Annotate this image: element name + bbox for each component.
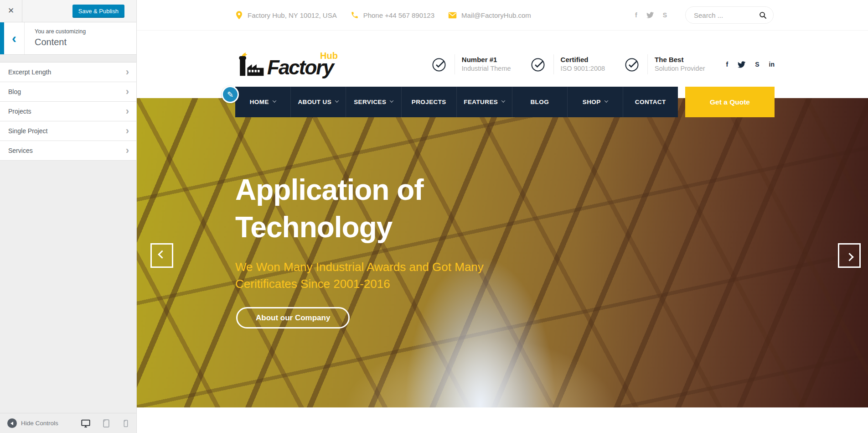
phone-text: Phone +44 567 890123 [363, 11, 434, 19]
nav-item-about-us[interactable]: ABOUT US [291, 87, 346, 117]
tablet-icon [102, 418, 111, 428]
close-customizer-button[interactable]: ✕ [0, 0, 22, 22]
skype-icon: S [755, 61, 759, 68]
search-icon [759, 11, 767, 19]
location-text: Factory Hub, NY 10012, USA [248, 11, 337, 19]
nav-label: ABOUT US [298, 99, 331, 105]
facebook-link[interactable]: f [726, 61, 728, 68]
hero-subtitle-line1: We Won Many Industrial Awards and Got Ma… [235, 259, 484, 276]
hide-controls-button[interactable]: Hide Controls [7, 418, 58, 428]
nav-item-contact[interactable]: CONTACT [623, 87, 678, 117]
nav-item-projects[interactable]: PROJECTS [402, 87, 457, 117]
customizer-menu: Excerpt Length› Blog› Projects› Single P… [0, 62, 136, 161]
check-circle-icon [530, 56, 547, 73]
nav-item-services[interactable]: SERVICES [346, 87, 402, 117]
customizer-sidebar: ✕ Save & Publish ‹ You are customizing C… [0, 0, 137, 433]
sidebar-item-excerpt-length[interactable]: Excerpt Length› [0, 63, 136, 82]
get-a-quote-button[interactable]: Get a Quote [685, 87, 775, 117]
mobile-icon [122, 418, 130, 428]
skype-link[interactable]: S [755, 61, 759, 68]
nav-item-blog[interactable]: BLOG [512, 87, 568, 117]
linkedin-link[interactable]: in [769, 61, 775, 68]
search-input[interactable] [694, 11, 759, 19]
nav-label: FEATURES [464, 99, 498, 105]
back-button[interactable]: ‹ [0, 22, 25, 54]
skype-link[interactable]: S [663, 11, 667, 19]
chevron-down-icon [335, 99, 339, 102]
hero-subtitle-line2: Ceritificates Since 2001-2016 [235, 276, 484, 292]
hero-title-line2: Technology [235, 209, 424, 246]
preview-mobile-button[interactable] [122, 418, 130, 428]
back-chevron-icon: ‹ [12, 31, 16, 46]
customizing-label: You are customizing [35, 28, 86, 35]
panel-title: Content [35, 37, 86, 47]
feature-the-best: The BestSolution Provider [624, 54, 705, 74]
sidebar-item-label: Projects [8, 108, 31, 115]
chevron-right-icon: › [126, 87, 129, 97]
chevron-right-icon: › [126, 146, 129, 156]
collapse-arrow-icon [7, 418, 17, 428]
desktop-icon [81, 418, 91, 428]
linkedin-icon: in [769, 61, 775, 68]
header-social: f S in [726, 61, 775, 68]
edit-shortcut-button[interactable]: ✎ [222, 86, 239, 103]
hero-subtitle: We Won Many Industrial Awards and Got Ma… [235, 259, 484, 292]
about-our-company-button[interactable]: About our Company [236, 307, 350, 329]
nav-item-shop[interactable]: SHOP [568, 87, 623, 117]
feature-certified: CertifiedISO 9001:2008 [530, 54, 605, 74]
hero-title: Application of Technology [235, 171, 424, 246]
email-info: Mail@FactoryHub.com [448, 11, 531, 19]
location-pin-icon [235, 10, 243, 20]
sidebar-item-services[interactable]: Services› [0, 141, 136, 161]
save-publish-button[interactable]: Save & Publish [72, 5, 124, 18]
topbar-social: f S [635, 11, 667, 19]
facebook-link[interactable]: f [635, 11, 637, 19]
chevron-down-icon [604, 99, 608, 102]
feature-title: Number #1 [462, 55, 511, 64]
nav-label: BLOG [530, 99, 549, 105]
sidebar-item-projects[interactable]: Projects› [0, 102, 136, 121]
slider-next-button[interactable] [838, 243, 861, 268]
nav-item-home[interactable]: HOME [235, 87, 291, 117]
phone-icon [351, 11, 359, 19]
skype-icon: S [663, 11, 667, 19]
chevron-right-icon: › [126, 67, 129, 77]
email-text: Mail@FactoryHub.com [461, 11, 531, 19]
slider-prev-button[interactable] [150, 243, 173, 268]
nav-label: SERVICES [354, 99, 386, 105]
site-preview: Application of Technology We Won Many In… [137, 0, 868, 433]
twitter-link[interactable] [646, 11, 654, 19]
chevron-down-icon [390, 99, 393, 102]
customizer-footer: Hide Controls [0, 413, 136, 433]
feature-subtitle: Industrial Theme [462, 64, 511, 73]
twitter-icon [646, 12, 654, 18]
chevron-right-icon [845, 253, 853, 261]
preview-tablet-button[interactable] [102, 418, 111, 428]
chevron-right-icon: › [126, 106, 129, 116]
hero-slider: Application of Technology We Won Many In… [137, 98, 868, 407]
site-logo[interactable]: Factory Hub [235, 51, 333, 78]
chevron-down-icon [501, 99, 505, 102]
header-features: Number #1Industrial Theme CertifiedISO 9… [431, 54, 705, 74]
twitter-link[interactable] [738, 61, 745, 68]
mail-icon [448, 12, 457, 19]
nav-item-features[interactable]: FEATURES [457, 87, 512, 117]
close-icon: ✕ [8, 6, 14, 15]
phone-info: Phone +44 567 890123 [351, 11, 434, 19]
search-button[interactable] [759, 11, 767, 19]
site-topbar: Factory Hub, NY 10012, USA Phone +44 567… [137, 0, 868, 31]
sidebar-item-single-project[interactable]: Single Project› [0, 121, 136, 141]
chevron-down-icon [273, 99, 276, 102]
main-nav: HOME ABOUT US SERVICES PROJECTS FEATURES… [235, 87, 678, 117]
feature-number-1: Number #1Industrial Theme [431, 54, 511, 74]
nav-label: SHOP [583, 99, 601, 105]
preview-desktop-button[interactable] [81, 418, 91, 428]
sidebar-item-blog[interactable]: Blog› [0, 82, 136, 102]
nav-label: PROJECTS [412, 99, 446, 105]
hide-controls-label: Hide Controls [21, 420, 58, 427]
factory-logo-icon [235, 51, 265, 78]
hero-title-line1: Application of [235, 171, 424, 209]
chevron-left-icon [158, 250, 166, 258]
sidebar-item-label: Excerpt Length [8, 68, 51, 76]
feature-subtitle: Solution Provider [655, 64, 705, 73]
